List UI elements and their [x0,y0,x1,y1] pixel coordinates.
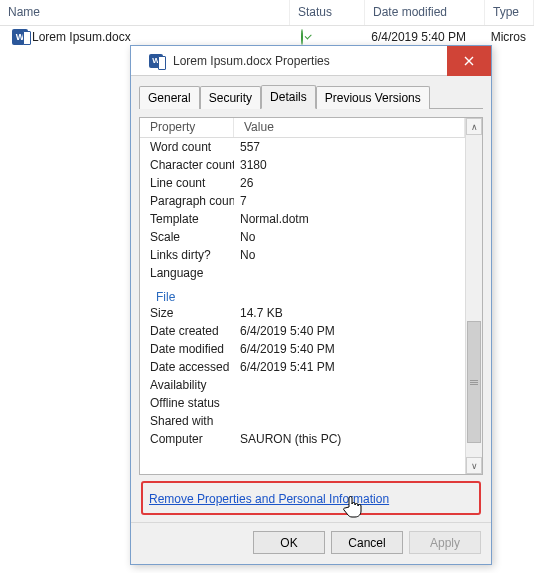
close-icon [464,56,474,66]
apply-button: Apply [409,531,481,554]
word-doc-icon: W [12,29,28,45]
property-row[interactable]: Language [140,266,465,284]
property-row[interactable]: Availability [140,378,465,396]
property-name: Line count [140,176,234,194]
grid-header: Property Value [140,118,465,138]
col-name[interactable]: Name [0,0,290,25]
property-row[interactable]: Links dirty?No [140,248,465,266]
property-value: SAURON (this PC) [234,432,465,450]
tab-previous-versions[interactable]: Previous Versions [316,86,430,109]
property-value: 7 [234,194,465,212]
property-value [234,396,465,414]
property-value: No [234,248,465,266]
col-property[interactable]: Property [140,118,234,137]
property-row[interactable]: Line count26 [140,176,465,194]
property-value [234,378,465,396]
property-value [234,414,465,432]
close-button[interactable] [447,46,491,76]
property-name: Date modified [140,342,234,360]
property-name: Links dirty? [140,248,234,266]
ok-button[interactable]: OK [253,531,325,554]
property-value: No [234,230,465,248]
property-value: 6/4/2019 5:41 PM [234,360,465,378]
property-name: Date accessed [140,360,234,378]
dialog-title: Lorem Ipsum.docx Properties [173,54,330,68]
property-row[interactable]: Paragraph count7 [140,194,465,212]
property-name: Computer [140,432,234,450]
scrollbar[interactable]: ∧ ∨ [465,118,482,474]
explorer-column-headers: Name Status Date modified Type [0,0,534,26]
scroll-track[interactable] [466,135,482,457]
details-grid: Property Value Word count557Character co… [139,117,483,475]
scroll-up-icon[interactable]: ∧ [466,118,482,135]
property-name: Availability [140,378,234,396]
scroll-down-icon[interactable]: ∨ [466,457,482,474]
tabstrip: General Security Details Previous Versio… [131,76,491,108]
tab-security[interactable]: Security [200,86,261,109]
remove-properties-link[interactable]: Remove Properties and Personal Informati… [149,492,389,506]
tab-details[interactable]: Details [261,85,316,109]
property-row[interactable]: Size14.7 KB [140,306,465,324]
property-value: 14.7 KB [234,306,465,324]
property-name: Size [140,306,234,324]
properties-dialog: W Lorem Ipsum.docx Properties General Se… [130,45,492,565]
synced-check-icon [301,29,303,45]
property-name: Shared with [140,414,234,432]
property-value [234,266,465,284]
col-status[interactable]: Status [290,0,365,25]
property-row[interactable]: ScaleNo [140,230,465,248]
property-value: 26 [234,176,465,194]
col-date[interactable]: Date modified [365,0,485,25]
file-date: 6/4/2019 5:40 PM [363,30,482,44]
property-name: Paragraph count [140,194,234,212]
property-row[interactable]: Date modified6/4/2019 5:40 PM [140,342,465,360]
property-row[interactable]: TemplateNormal.dotm [140,212,465,230]
property-row[interactable]: Date accessed6/4/2019 5:41 PM [140,360,465,378]
property-row[interactable]: Word count557 [140,140,465,158]
property-value: 6/4/2019 5:40 PM [234,342,465,360]
property-row[interactable]: Offline status [140,396,465,414]
scroll-thumb[interactable] [467,321,481,443]
cancel-button[interactable]: Cancel [331,531,403,554]
property-name: Offline status [140,396,234,414]
property-name: Template [140,212,234,230]
property-row[interactable]: ComputerSAURON (this PC) [140,432,465,450]
titlebar[interactable]: W Lorem Ipsum.docx Properties [131,46,491,76]
property-row[interactable]: Character count3180 [140,158,465,176]
property-name: Date created [140,324,234,342]
file-name: Lorem Ipsum.docx [32,30,131,44]
remove-properties-highlight: Remove Properties and Personal Informati… [141,481,481,515]
property-value: Normal.dotm [234,212,465,230]
section-header-file: File [140,284,465,306]
property-name: Character count [140,158,234,176]
property-row[interactable]: Shared with [140,414,465,432]
property-name: Word count [140,140,234,158]
property-value: 6/4/2019 5:40 PM [234,324,465,342]
property-name: Scale [140,230,234,248]
word-doc-icon: W [149,54,163,68]
property-value: 3180 [234,158,465,176]
property-row[interactable]: Date created6/4/2019 5:40 PM [140,324,465,342]
property-name: Language [140,266,234,284]
tab-general[interactable]: General [139,86,200,109]
property-value: 557 [234,140,465,158]
col-type[interactable]: Type [485,0,534,25]
dialog-buttons: OK Cancel Apply [131,522,491,564]
col-value[interactable]: Value [234,118,465,137]
file-type: Micros [483,30,534,44]
